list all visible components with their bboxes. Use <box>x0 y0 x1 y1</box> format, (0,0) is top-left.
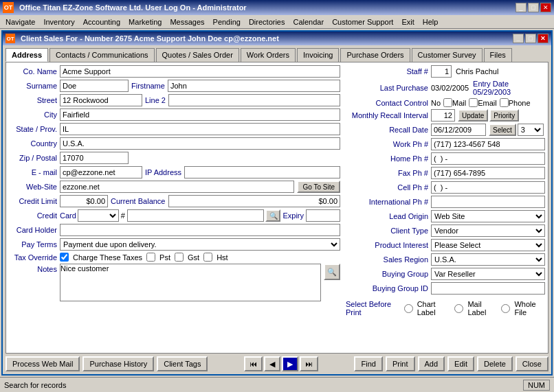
find-button[interactable]: Find <box>354 356 382 371</box>
update-button[interactable]: Update <box>458 109 488 122</box>
hst-checkbox[interactable] <box>203 253 212 262</box>
credit-card-type-select[interactable] <box>78 209 119 222</box>
process-web-mail-button[interactable]: Process Web Mail <box>5 356 80 371</box>
current-balance-input[interactable] <box>168 195 341 207</box>
notes-search-button[interactable]: 🔍 <box>324 264 340 280</box>
print-button[interactable]: Print <box>386 356 415 371</box>
card-holder-input[interactable] <box>60 224 340 236</box>
co-name-input[interactable] <box>60 65 340 78</box>
client-controls[interactable]: _ □ ✕ <box>513 34 549 43</box>
maximize-button[interactable]: □ <box>528 3 539 12</box>
charge-taxes-checkbox[interactable] <box>60 253 69 262</box>
city-input[interactable] <box>60 108 340 121</box>
buying-group-select[interactable]: Var Reseller <box>431 268 545 280</box>
menu-inventory[interactable]: Inventory <box>39 16 78 27</box>
recall-interval-input[interactable] <box>431 109 455 122</box>
menu-messages[interactable]: Messages <box>166 16 208 27</box>
contact-phone-checkbox[interactable] <box>500 98 509 107</box>
menu-marketing[interactable]: Marketing <box>124 16 166 27</box>
client-type-label: Client Type <box>346 227 428 235</box>
menu-accounting[interactable]: Accounting <box>79 16 124 27</box>
work-phone-label: Work Ph # <box>346 140 428 148</box>
first-record-button[interactable]: ⏮ <box>244 356 263 371</box>
client-type-select[interactable]: Vendor <box>431 224 545 237</box>
card-number-input[interactable] <box>127 209 264 222</box>
title-bar-controls[interactable]: _ □ ✕ <box>516 3 551 12</box>
tab-customer-survey[interactable]: Customer Survey <box>412 48 483 62</box>
client-minimize[interactable]: _ <box>513 34 524 43</box>
street-input[interactable] <box>60 94 142 106</box>
close-button[interactable]: ✕ <box>540 3 551 12</box>
line2-input[interactable] <box>168 94 340 106</box>
country-input[interactable] <box>60 137 340 150</box>
city-label: City <box>9 111 57 119</box>
mail-label-radio[interactable] <box>454 304 463 313</box>
menu-pending[interactable]: Pending <box>209 16 245 27</box>
tab-contacts[interactable]: Contacts / Communications <box>49 48 155 62</box>
co-name-label: Co. Name <box>9 67 57 76</box>
whole-file-radio[interactable] <box>501 304 510 313</box>
go-to-site-button[interactable]: Go To Site <box>297 181 340 193</box>
menu-help[interactable]: Help <box>419 16 443 27</box>
cell-phone-input[interactable] <box>431 181 545 194</box>
purchase-history-button[interactable]: Purchase History <box>82 356 154 371</box>
tab-address[interactable]: Address <box>5 48 48 62</box>
work-phone-input[interactable] <box>431 138 545 150</box>
state-input[interactable] <box>60 123 340 135</box>
delete-button[interactable]: Delete <box>477 356 513 371</box>
tab-work-orders[interactable]: Work Orders <box>241 48 296 62</box>
gst-checkbox[interactable] <box>175 253 184 262</box>
add-button[interactable]: Add <box>418 356 445 371</box>
credit-card-row: Credit Card # 🔍 Expiry <box>9 209 340 222</box>
contact-email-checkbox[interactable] <box>469 98 478 107</box>
tab-content: Co. Name Surname Firstname Street <box>5 62 549 354</box>
fax-phone-input[interactable] <box>431 167 545 179</box>
surname-input[interactable] <box>60 80 129 92</box>
firstname-input[interactable] <box>168 80 340 92</box>
menu-calendar[interactable]: Calendar <box>289 16 329 27</box>
contact-mail-checkbox[interactable] <box>443 98 452 107</box>
recall-number-select[interactable]: 3 <box>518 124 544 136</box>
pay-terms-select[interactable]: Payment due upon delivery. <box>60 238 340 251</box>
staff-number-input[interactable] <box>431 65 452 78</box>
next-record-button[interactable]: ▶ <box>282 356 298 371</box>
tab-purchase-orders[interactable]: Purchase Orders <box>340 48 410 62</box>
client-maximize[interactable]: □ <box>525 34 536 43</box>
home-phone-input[interactable] <box>431 152 545 165</box>
chart-label-radio[interactable] <box>404 304 413 313</box>
zip-input[interactable] <box>60 152 129 164</box>
tab-quotes[interactable]: Quotes / Sales Order <box>156 48 239 62</box>
minimize-button[interactable]: _ <box>516 3 527 12</box>
tab-invoicing[interactable]: Invoicing <box>297 48 339 62</box>
expiry-input[interactable] <box>306 209 340 222</box>
recall-date-input[interactable] <box>431 124 486 136</box>
prev-record-button[interactable]: ◀ <box>264 356 280 371</box>
menu-customer-support[interactable]: Customer Support <box>328 16 397 27</box>
charge-taxes-label: Charge These Taxes <box>73 253 142 262</box>
edit-button[interactable]: Edit <box>447 356 474 371</box>
notes-textarea[interactable]: Nice customer <box>60 264 321 301</box>
priority-button[interactable]: Priority <box>489 109 519 122</box>
product-interest-select[interactable]: Please Select <box>431 239 545 251</box>
work-phone-row: Work Ph # <box>346 138 545 150</box>
email-input[interactable] <box>60 166 142 178</box>
intl-phone-input[interactable] <box>431 196 545 208</box>
menu-navigate[interactable]: Navigate <box>1 16 39 27</box>
lead-origin-select[interactable]: Web Site <box>431 210 545 222</box>
buying-group-row: Buying Group Var Reseller <box>346 268 545 280</box>
sales-region-select[interactable]: U.S.A. <box>431 253 545 266</box>
client-tags-button[interactable]: Client Tags <box>157 356 208 371</box>
buying-group-id-input[interactable] <box>431 282 545 295</box>
menu-exit[interactable]: Exit <box>397 16 418 27</box>
close-button-main[interactable]: Close <box>516 356 549 371</box>
tab-files[interactable]: Files <box>484 48 512 62</box>
recall-select-button[interactable]: Select <box>489 124 516 136</box>
last-record-button[interactable]: ⏭ <box>300 356 318 371</box>
credit-limit-input[interactable] <box>60 195 108 207</box>
ip-input[interactable] <box>184 166 340 178</box>
website-input[interactable] <box>60 181 294 193</box>
client-close[interactable]: ✕ <box>538 34 549 43</box>
card-search-button[interactable]: 🔍 <box>265 209 280 222</box>
menu-directories[interactable]: Directories <box>245 16 289 27</box>
pst-checkbox[interactable] <box>146 253 155 262</box>
